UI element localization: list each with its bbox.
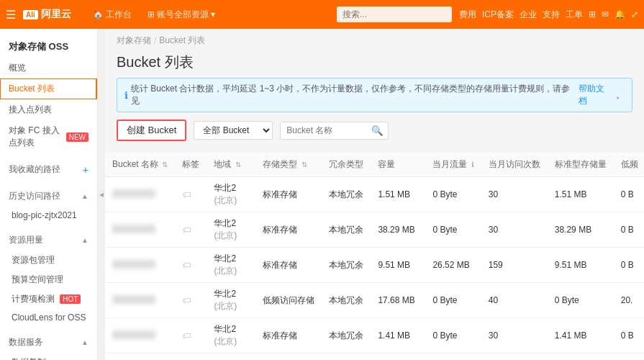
cell-redundancy: 本地冗余 bbox=[322, 248, 371, 283]
cell-lowfreq: 0 B bbox=[614, 212, 644, 248]
nav-icp[interactable]: ICP备案 bbox=[482, 9, 514, 21]
sidebar-item-overview[interactable]: 概览 bbox=[0, 58, 97, 78]
menu-icon[interactable]: ☰ bbox=[6, 8, 16, 22]
cell-name[interactable] bbox=[105, 318, 175, 354]
info-icon: ℹ bbox=[124, 90, 128, 101]
cell-standard: 38.29 MB bbox=[548, 212, 614, 248]
sidebar-title: 对象存储 OSS bbox=[0, 35, 97, 58]
resources-section: 资源用量 ▲ 资源包管理 预算空间管理 计费项检测 HOT CloudLens … bbox=[0, 230, 97, 326]
sidebar-resource-2[interactable]: 计费项检测 HOT bbox=[0, 289, 97, 309]
data-services-title[interactable]: 数据服务 ▲ bbox=[0, 332, 97, 353]
sidebar-item-fc-access[interactable]: 对象 FC 接入点列表 NEW bbox=[0, 120, 97, 153]
cell-storage-type: 标准存储 bbox=[255, 177, 322, 212]
table-row[interactable]: 🏷 华北2 (北京) 标准存储 本地冗余 6.58 MB 0 Byte 30 6… bbox=[105, 354, 644, 361]
col-monthly-access: 当月访问次数 bbox=[481, 153, 548, 177]
cell-region: 华北2 (北京) bbox=[207, 248, 255, 283]
table-row[interactable]: 🏷 华北2 (北京) 标准存储 本地冗余 1.51 MB 0 Byte 30 1… bbox=[105, 177, 644, 212]
nav-right-items: 费用 ICP备案 企业 支持 工单 ⊞ ✉ 🔔 ⤢ bbox=[459, 9, 638, 21]
sidebar-item-access-point[interactable]: 接入点列表 bbox=[0, 99, 97, 120]
cell-tag: 🏷 bbox=[175, 354, 207, 361]
bucket-search-input[interactable] bbox=[281, 122, 367, 138]
cell-traffic: 0 Byte bbox=[425, 283, 481, 318]
col-capacity: 容量 bbox=[371, 153, 425, 177]
top-navigation: ☰ Ali 阿里云 🏠 工作台 ⊞ 账号全部资源 ▾ 费用 ICP备案 企业 支… bbox=[0, 0, 644, 29]
history-item-0[interactable]: blog-pic-zjtx2021 bbox=[0, 207, 97, 224]
global-search-input[interactable] bbox=[337, 6, 452, 22]
brand-name: 阿里云 bbox=[41, 8, 71, 21]
message-icon[interactable]: ✉ bbox=[602, 9, 609, 19]
nav-support[interactable]: 支持 bbox=[543, 9, 560, 21]
bell-icon[interactable]: 🔔 bbox=[614, 9, 625, 19]
cell-lowfreq: 0 B bbox=[614, 248, 644, 283]
nav-item-resources[interactable]: ⊞ 账号全部资源 ▾ bbox=[140, 4, 222, 25]
cell-name[interactable] bbox=[105, 283, 175, 318]
sidebar: 对象存储 OSS 概览 Bucket 列表 接入点列表 对象 FC 接入点列表 … bbox=[0, 29, 98, 360]
table-body: 🏷 华北2 (北京) 标准存储 本地冗余 1.51 MB 0 Byte 30 1… bbox=[105, 177, 644, 361]
col-low-freq: 低频 bbox=[614, 153, 644, 177]
home-icon: 🏠 bbox=[93, 9, 104, 19]
sidebar-data-0[interactable]: 数据复制 bbox=[0, 353, 97, 360]
cell-standard: 9.51 MB bbox=[548, 248, 614, 283]
new-badge: NEW bbox=[66, 132, 89, 142]
expand-icon[interactable]: ⤢ bbox=[631, 9, 638, 19]
sidebar-resource-3[interactable]: CloudLens for OSS bbox=[0, 309, 97, 326]
cell-redundancy: 本地冗余 bbox=[322, 177, 371, 212]
history-title[interactable]: 历史访问路径 ▲ bbox=[0, 186, 97, 207]
cell-lowfreq: 0 B bbox=[614, 318, 644, 354]
bucket-search-wrap: 🔍 bbox=[280, 122, 389, 140]
col-monthly-traffic: 当月流量 ℹ bbox=[425, 153, 481, 177]
nav-cost[interactable]: 费用 bbox=[459, 9, 476, 21]
table-row[interactable]: 🏷 华北2 (北京) 标准存储 本地冗余 1.41 MB 0 Byte 30 1… bbox=[105, 318, 644, 354]
add-favorite-icon[interactable]: + bbox=[83, 164, 89, 176]
grid-apps-icon[interactable]: ⊞ bbox=[589, 9, 596, 19]
resources-title[interactable]: 资源用量 ▲ bbox=[0, 230, 97, 251]
col-storage-type: 存储类型 ⇅ bbox=[255, 153, 322, 177]
table-row[interactable]: 🏷 华北2 (北京) 低频访问存储 本地冗余 17.68 MB 0 Byte 4… bbox=[105, 283, 644, 318]
bucket-type-filter[interactable]: 全部 Bucket bbox=[194, 121, 273, 140]
cell-tag: 🏷 bbox=[175, 177, 207, 212]
breadcrumb-oss[interactable]: 对象存储 bbox=[117, 35, 151, 47]
nav-items: 🏠 工作台 ⊞ 账号全部资源 ▾ bbox=[86, 4, 337, 25]
cell-storage-type: 标准存储 bbox=[255, 212, 322, 248]
table-row[interactable]: 🏷 华北2 (北京) 标准存储 本地冗余 9.51 MB 26.52 MB 15… bbox=[105, 248, 644, 283]
help-link[interactable]: 帮助文档 bbox=[579, 83, 613, 107]
cell-access: 40 bbox=[481, 283, 548, 318]
table-row[interactable]: 🏷 华北2 (北京) 标准存储 本地冗余 38.29 MB 0 Byte 30 … bbox=[105, 212, 644, 248]
sidebar-item-bucket-list[interactable]: Bucket 列表 bbox=[0, 78, 97, 99]
nav-item-workbench[interactable]: 🏠 工作台 bbox=[86, 4, 139, 25]
logo: Ali 阿里云 bbox=[23, 8, 71, 21]
cell-name[interactable] bbox=[105, 212, 175, 248]
cell-redundancy: 本地冗余 bbox=[322, 318, 371, 354]
sort-icon-region[interactable]: ⇅ bbox=[235, 161, 241, 168]
page-title: Bucket 列表 bbox=[117, 53, 632, 72]
create-bucket-button[interactable]: 创建 Bucket bbox=[117, 120, 186, 141]
cell-redundancy: 本地冗余 bbox=[322, 283, 371, 318]
col-redundancy: 冗余类型 bbox=[322, 153, 371, 177]
cell-region: 华北2 (北京) bbox=[207, 177, 255, 212]
cell-region: 华北2 (北京) bbox=[207, 354, 255, 361]
cell-redundancy: 本地冗余 bbox=[322, 212, 371, 248]
col-tag: 标签 bbox=[175, 153, 207, 177]
sidebar-resource-0[interactable]: 资源包管理 bbox=[0, 251, 97, 270]
info-icon-traffic[interactable]: ℹ bbox=[471, 161, 474, 168]
cell-access: 30 bbox=[481, 212, 548, 248]
cell-traffic: 26.52 MB bbox=[425, 248, 481, 283]
nav-workorder[interactable]: 工单 bbox=[566, 9, 583, 21]
cell-redundancy: 本地冗余 bbox=[322, 354, 371, 361]
col-standard-storage: 标准型存储量 bbox=[548, 153, 614, 177]
nav-enterprise[interactable]: 企业 bbox=[520, 9, 537, 21]
cell-tag: 🏷 bbox=[175, 283, 207, 318]
cell-standard: 0 Byte bbox=[548, 283, 614, 318]
sidebar-resource-1[interactable]: 预算空间管理 bbox=[0, 270, 97, 289]
sort-icon-name[interactable]: ⇅ bbox=[162, 161, 168, 168]
breadcrumb: 对象存储 / Bucket 列表 bbox=[105, 29, 644, 50]
cell-name[interactable] bbox=[105, 177, 175, 212]
hot-badge: HOT bbox=[60, 294, 81, 304]
search-button[interactable]: 🔍 bbox=[367, 122, 388, 139]
cell-capacity: 17.68 MB bbox=[371, 283, 425, 318]
resize-handle[interactable] bbox=[98, 29, 105, 360]
favorites-title[interactable]: 我收藏的路径 + bbox=[0, 159, 97, 180]
sort-icon-storage[interactable]: ⇅ bbox=[301, 161, 307, 168]
cell-name[interactable] bbox=[105, 248, 175, 283]
cell-name[interactable] bbox=[105, 354, 175, 361]
